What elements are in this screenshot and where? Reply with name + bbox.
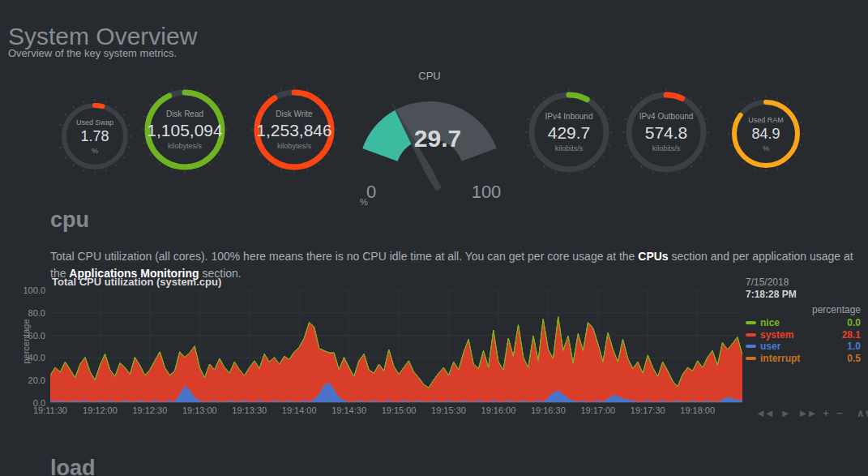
legend-swatch [746,333,756,337]
pan-forward-icon[interactable]: ►► [798,407,816,419]
legend-series-name: interrupt [760,353,847,365]
chart-title: Total CPU utilization (system.cpu) [52,276,221,288]
play-icon[interactable]: ► [780,407,791,419]
tick-marks [250,86,338,174]
ring-chart [57,98,133,174]
x-tick-label: 19:17:30 [622,405,673,415]
x-tick-label: 19:16:00 [472,405,524,415]
x-tick-label: 19:17:00 [572,405,624,415]
tick-marks [141,86,229,174]
legend-series-value: 1.0 [847,341,864,353]
zoom-out-icon[interactable]: − [836,407,843,419]
legend-series-value: 0.0 [847,317,864,329]
legend-series-value: 0.5 [847,353,864,365]
legend-swatch [746,357,756,360]
legend-series-name: system [760,329,842,341]
gauge-unit: % [360,197,368,206]
gauge-chart: 29.7 0 100 % [347,82,512,206]
x-tick-label: 19:12:30 [124,405,176,415]
x-tick-label: 19:13:00 [173,405,225,415]
tick-marks [728,96,804,172]
chart-legend: 7/15/2018 7:18:28 PM percentage nice 0.0… [746,277,864,364]
zoom-in-icon[interactable]: + [823,407,829,419]
gauge-ipv4-outbound[interactable]: IPv4 Outbound 574.8 kilobits/s [622,88,711,177]
area-series-system [50,317,742,401]
y-tick-label: 100.0 [5,285,45,295]
ring-chart [140,85,229,174]
y-tick-label: 80.0 [5,308,45,318]
x-tick-label: 19:15:00 [373,405,425,415]
ring-chart [250,85,339,174]
legend-series-name: user [760,341,847,353]
legend-item-nice[interactable]: nice 0.0 [746,317,864,329]
gauge-max: 100 [472,182,502,202]
chart-toolbar: ◄◄►►►+−∧∨ [755,407,864,419]
gauge-value: 29.7 [414,125,461,152]
ring-chart [622,88,711,177]
x-tick-label: 19:18:00 [672,405,724,415]
ring-value-arc [257,92,331,167]
tick-marks [525,88,613,176]
legend-item-interrupt[interactable]: interrupt 0.5 [746,353,864,365]
link-cpus[interactable]: CPUs [638,250,668,263]
legend-swatch [746,345,756,348]
resize-icon[interactable]: ∧∨ [857,407,868,419]
x-tick-label: 19:14:00 [273,405,325,415]
legend-date: 7/15/2018 [746,277,864,289]
section-heading-cpu[interactable]: cpu [50,208,89,233]
gauge-ipv4-inbound[interactable]: IPv4 Inbound 429.7 kilobits/s [524,88,614,177]
legend-series-value: 28.1 [842,329,864,341]
tick-marks [58,99,132,174]
x-tick-label: 19:14:30 [323,405,375,415]
legend-item-system[interactable]: system 28.1 [746,329,864,341]
x-tick-label: 19:12:00 [74,405,126,415]
ring-value-arc [148,92,222,167]
y-axis-label: percentage [21,309,31,374]
ring-chart [727,95,805,173]
legend-swatch [746,321,756,324]
legend-units-label: percentage [746,304,861,315]
x-tick-label: 19:16:30 [522,405,574,415]
gauge-used-ram[interactable]: Used RAM 84.9 % [727,95,805,173]
legend-item-user[interactable]: user 1.0 [746,341,864,353]
page-subtitle: Overview of the key system metrics. [8,47,177,59]
description-text: Total CPU utilization (all cores). 100% … [50,250,638,263]
pan-backward-icon[interactable]: ◄◄ [755,407,773,419]
legend-time: 7:18:28 PM [746,289,864,301]
tick-marks [622,88,710,176]
y-tick-label: 60.0 [5,331,45,341]
x-tick-label: 19:13:30 [224,405,276,415]
gauge-used-swap[interactable]: Used Swap 1.78 % [57,98,133,174]
page-title: System Overview [8,23,197,50]
x-tick-label: 19:15:30 [423,405,475,415]
section-heading-load[interactable]: load [50,456,96,476]
y-tick-label: 40.0 [5,353,45,362]
legend-series-name: nice [760,317,847,329]
gauge-label: CPU [347,70,512,82]
gauge-disk-read[interactable]: Disk Read 1,105,094 kilobytes/s [140,85,229,174]
ring-chart [524,88,614,177]
y-tick-label: 20.0 [5,375,45,385]
gauge-cpu[interactable]: CPU 29.7 0 100 % [347,70,512,206]
cpu-chart-plot[interactable] [50,290,742,403]
x-tick-label: 19:11:30 [24,405,76,415]
gauge-disk-write[interactable]: Disk Write 1,253,846 kilobytes/s [250,85,339,174]
